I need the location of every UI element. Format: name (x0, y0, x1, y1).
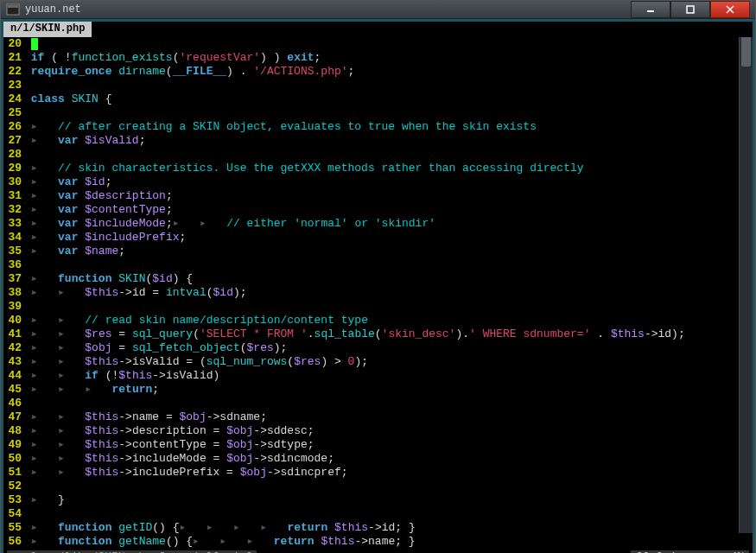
line-number: 38 (3, 286, 22, 300)
code-line[interactable]: ▸ var $description; (24, 189, 753, 203)
line-number: 29 (3, 162, 22, 175)
code-line[interactable]: ▸ ▸ $res = sql_query('SELECT * FROM '.sq… (24, 327, 753, 341)
code-line[interactable] (24, 397, 753, 410)
line-number: 26 (3, 120, 22, 134)
tabbar: n/l/SKIN.php (3, 22, 753, 37)
minimize-button[interactable] (631, 1, 670, 18)
code-area[interactable]: 2021222324252627282930313233343536373839… (3, 37, 753, 549)
line-number: 43 (3, 355, 22, 369)
line-number: 35 (3, 245, 22, 258)
code-line[interactable]: ▸ var $isValid; (24, 134, 753, 148)
code-line[interactable]: ▸ var $includePrefix; (24, 231, 753, 245)
line-number: 23 (3, 79, 22, 92)
code-content[interactable]: if ( !function_exists('requestVar') ) ex… (24, 37, 753, 549)
code-line[interactable]: ▸ var $contentType; (24, 203, 753, 217)
code-line[interactable]: ▸ ▸ // read skin name/description/conten… (24, 314, 753, 327)
vertical-scrollbar[interactable]: ▴ (739, 37, 753, 533)
code-line[interactable]: if ( !function_exists('requestVar') ) ex… (24, 51, 753, 65)
status-position: 20,0-1 4% (631, 550, 749, 554)
close-button[interactable] (710, 1, 750, 18)
app-icon (6, 3, 20, 16)
line-number: 31 (3, 189, 22, 203)
code-line[interactable]: ▸ var $includeMode;▸ ▸ // either 'normal… (24, 217, 753, 231)
code-line[interactable] (24, 106, 753, 120)
line-number: 40 (3, 314, 22, 327)
code-line[interactable]: ▸ ▸ $this->isValid = (sql_num_rows($res)… (24, 355, 753, 369)
code-line[interactable]: ▸ ▸ $this->includePrefix = $obj->sdincpr… (24, 466, 753, 480)
line-number: 41 (3, 327, 22, 341)
line-number: 51 (3, 466, 22, 480)
maximize-button[interactable] (670, 1, 710, 18)
line-number: 34 (3, 231, 22, 245)
status-bar: nucleus/libs/SKIN.php [euc-jp][unix] 20,… (3, 549, 753, 553)
code-line[interactable]: class SKIN { (24, 92, 753, 106)
code-line[interactable]: ▸ var $name; (24, 245, 753, 258)
line-number: 28 (3, 148, 22, 162)
status-file-info: nucleus/libs/SKIN.php [euc-jp][unix] (7, 550, 257, 554)
line-number: 48 (3, 424, 22, 438)
close-icon (726, 5, 734, 14)
line-number-gutter: 2021222324252627282930313233343536373839… (3, 37, 24, 549)
code-line[interactable]: require_once dirname(__FILE__) . '/ACTIO… (24, 65, 753, 79)
minimize-icon (646, 5, 655, 14)
line-number: 21 (3, 51, 22, 65)
line-number: 42 (3, 341, 22, 355)
line-number: 50 (3, 452, 22, 466)
code-line[interactable] (24, 37, 753, 51)
code-line[interactable] (24, 79, 753, 92)
code-line[interactable]: ▸ ▸ ▸ return; (24, 383, 753, 397)
line-number: 47 (3, 410, 22, 424)
line-number: 32 (3, 203, 22, 217)
code-line[interactable]: ▸ ▸ $obj = sql_fetch_object($res); (24, 341, 753, 355)
code-line[interactable] (24, 507, 753, 521)
terminal-window: yuuan.net n/l/SKIN.php 20212223242526272… (0, 0, 756, 553)
window-title: yuuan.net (25, 3, 631, 16)
svg-rect-1 (8, 5, 18, 8)
code-line[interactable]: ▸ var $id; (24, 175, 753, 189)
line-number: 54 (3, 507, 22, 521)
titlebar[interactable]: yuuan.net (1, 1, 755, 19)
svg-rect-3 (687, 6, 694, 13)
code-line[interactable]: ▸ function getName() {▸ ▸ ▸ return $this… (24, 535, 753, 549)
code-line[interactable]: ▸ ▸ $this->name = $obj->sdname; (24, 410, 753, 424)
code-line[interactable]: ▸ ▸ if (!$this->isValid) (24, 369, 753, 383)
line-number: 53 (3, 493, 22, 507)
terminal-area: n/l/SKIN.php 202122232425262728293031323… (1, 19, 755, 553)
line-number: 27 (3, 134, 22, 148)
code-line[interactable]: ▸ ▸ $this->description = $obj->sddesc; (24, 424, 753, 438)
line-number: 37 (3, 272, 22, 286)
code-line[interactable]: ▸ ▸ $this->contentType = $obj->sdtype; (24, 438, 753, 452)
line-number: 20 (3, 37, 22, 51)
line-number: 52 (3, 480, 22, 493)
code-line[interactable] (24, 258, 753, 272)
cursor-position: 20,0-1 (636, 550, 677, 554)
line-number: 30 (3, 175, 22, 189)
scrollbar-thumb[interactable] (741, 41, 751, 67)
code-line[interactable]: ▸ } (24, 493, 753, 507)
line-number: 22 (3, 65, 22, 79)
scroll-percent: 4% (730, 550, 744, 554)
line-number: 55 (3, 521, 22, 535)
code-line[interactable]: ▸ // skin characteristics. Use the getXX… (24, 162, 753, 175)
line-number: 33 (3, 217, 22, 231)
line-number: 24 (3, 92, 22, 106)
line-number: 39 (3, 300, 22, 314)
code-line[interactable]: ▸ function SKIN($id) { (24, 272, 753, 286)
line-number: 25 (3, 106, 22, 120)
line-number: 44 (3, 369, 22, 383)
line-number: 49 (3, 438, 22, 452)
line-number: 46 (3, 397, 22, 410)
maximize-icon (686, 5, 695, 14)
buffer-tab[interactable]: n/l/SKIN.php (3, 22, 92, 37)
line-number: 56 (3, 535, 22, 549)
line-number: 36 (3, 258, 22, 272)
line-number: 45 (3, 383, 22, 397)
window-controls (631, 1, 750, 18)
code-line[interactable] (24, 480, 753, 493)
code-line[interactable]: ▸ function getID() {▸ ▸ ▸ ▸ return $this… (24, 521, 753, 535)
code-line[interactable] (24, 148, 753, 162)
code-line[interactable] (24, 300, 753, 314)
code-line[interactable]: ▸ ▸ $this->includeMode = $obj->sdincmode… (24, 452, 753, 466)
code-line[interactable]: ▸ ▸ $this->id = intval($id); (24, 286, 753, 300)
code-line[interactable]: ▸ // after creating a SKIN object, evalu… (24, 120, 753, 134)
